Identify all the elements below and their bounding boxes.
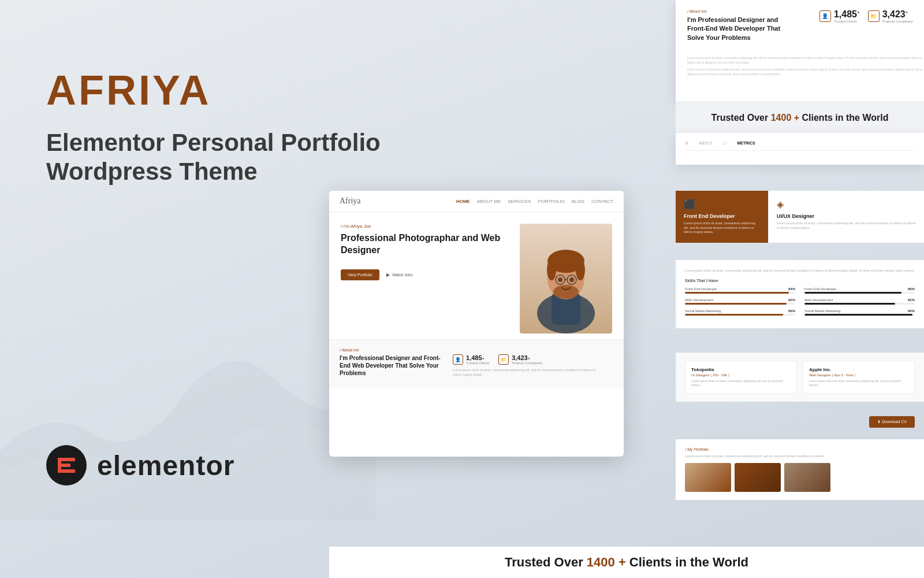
svg-rect-2 xyxy=(58,464,70,467)
progress-frontend: Front End Developer 94% xyxy=(685,287,795,294)
trusted-num-top: 1400 xyxy=(771,113,792,123)
svg-rect-3 xyxy=(58,469,75,473)
hero-tagline: / I'm Afriya Joe xyxy=(341,224,520,229)
portfolio-desc: Lorem ipsum dolor sit amet, consectetur … xyxy=(685,454,915,458)
view-portfolio-btn[interactable]: View Portfolio xyxy=(341,269,379,280)
portfolio-thumbnails xyxy=(685,463,915,492)
card-frontend-title: Front End Developer xyxy=(684,213,760,219)
progress-social2: Social Media Marketing 98% xyxy=(804,309,915,316)
subtitle-line2: Wordpress Theme xyxy=(46,157,381,186)
cards-section: ⬛ Front End Developer Lorem ipsum dolor … xyxy=(676,191,924,243)
rp-about-label: / About me xyxy=(687,9,785,13)
rp-stats: 👤 1,485+ Trusted Clients 📁 3,423+ xyxy=(819,9,912,23)
rp-stat-projects: 📁 3,423+ Projects Completed xyxy=(868,9,912,23)
skills-nav-metrics[interactable]: METRICS xyxy=(737,141,755,146)
rp-projects-label: Projects Completed xyxy=(882,20,912,23)
company-desc-apple: Lorem ipsum dolor sit amet, consectetur … xyxy=(809,379,908,387)
rp-lorem2: Dolor sit amet, consectetur adipiscing e… xyxy=(687,68,924,76)
progress-title: Skills That I Have xyxy=(685,279,915,283)
trusted-prefix-top: Trusted Over xyxy=(711,113,771,123)
screenshot-lorem: Lorem ipsum dolor sit amet, consectetur … xyxy=(453,368,603,377)
progress-frontend-pct: 94% xyxy=(788,287,795,291)
work-card-apple: Apple Inc. Web Designer ( Nov 3 - Now ) … xyxy=(803,361,915,394)
trusted-count-bottom: 1400 xyxy=(587,555,615,569)
progress-web-bar xyxy=(685,303,787,305)
person-photo xyxy=(520,224,612,334)
nav-home: HOME xyxy=(456,199,470,204)
rp-projects-num: 3,423+ xyxy=(882,9,912,20)
screenshot-about-label: / About me xyxy=(340,348,613,352)
stat-projects-label: Projects Completed xyxy=(512,361,542,365)
stat-projects-icon: 📁 xyxy=(498,354,509,365)
nav-services: SERVICES xyxy=(508,199,531,204)
screenshot-about-title: I'm Professional Designer and Front-End … xyxy=(340,354,444,377)
screenshot-nav: Afriya HOME ABOUT ME SERVICES PORTFOLIO … xyxy=(329,191,624,212)
trusted-plus-top: + xyxy=(791,113,799,123)
progress-social: Social Media Marketing 89% xyxy=(685,309,795,316)
progress-social2-bar xyxy=(804,314,912,316)
svg-point-15 xyxy=(553,285,579,299)
progress-web: Web Development 92% xyxy=(685,298,795,305)
portfolio-thumb-3 xyxy=(784,463,830,492)
progress-intro-text: Lorem ipsum dolor sit amet, consectetur … xyxy=(685,268,915,273)
right-panel-inner: / About me I'm Professional Designer and… xyxy=(676,0,924,51)
svg-point-9 xyxy=(576,260,585,280)
elementor-e-icon xyxy=(54,453,79,477)
nav-portfolio: PORTFOLIO xyxy=(538,199,565,204)
portfolio-thumb-2 xyxy=(735,463,781,492)
stat-projects-num: 3,423+ xyxy=(512,354,542,361)
svg-point-8 xyxy=(547,260,556,280)
company-desc-tokopedia: Lorem ipsum dolor sit amet, consectetur … xyxy=(691,379,791,387)
stat-clients-label: Trusted Clients xyxy=(466,361,489,365)
trusted-bar-top: Trusted Over 1400 + Clients in the World xyxy=(676,101,924,135)
skills-nav-icon1: ⚙ xyxy=(685,141,688,146)
person-svg xyxy=(520,224,612,334)
subtitle-line1: Elementor Personal Portfolio xyxy=(46,128,381,157)
card-uiux-title: UI/UX Designer xyxy=(777,213,916,219)
portfolio-thumb-1 xyxy=(685,463,731,492)
skills-section: ⚙ ABOUT ⬡ METRICS xyxy=(676,133,924,165)
nav-about: ABOUT ME xyxy=(477,199,501,204)
watch-intro[interactable]: Watch Intro xyxy=(386,272,413,277)
rp-clients-label: Trusted Clients xyxy=(834,20,860,23)
progress-web-name: Web Development xyxy=(685,298,713,302)
hero-title: Professional Photographar and Web Design… xyxy=(341,232,520,257)
screenshot-nav-links: HOME ABOUT ME SERVICES PORTFOLIO BLOG CO… xyxy=(456,199,613,204)
stat-clients-num: 1,485+ xyxy=(466,354,489,361)
card-frontend-desc: Lorem ipsum dolor sit amet, consectetur … xyxy=(684,221,760,235)
progress-social-name: Social Media Marketing xyxy=(685,309,721,313)
progress-web2-pct: 82% xyxy=(908,298,915,302)
download-cv-btn[interactable]: ⬇ Download CV xyxy=(869,416,915,428)
company-name-tokopedia: Tokopedia xyxy=(691,367,791,372)
brand-title: AFRIYA xyxy=(46,69,381,111)
trusted-suffix-bottom: Clients in the World xyxy=(626,555,748,569)
progress-web-pct: 92% xyxy=(788,298,795,302)
skills-nav-about[interactable]: ABOUT xyxy=(699,141,713,146)
right-panel-about: / About me I'm Professional Designer and… xyxy=(676,0,924,101)
stat-projects: 📁 3,423+ Projects Completed xyxy=(498,354,542,365)
rp-lorem1: Lorem ipsum dolor sit amet, consectetur … xyxy=(687,56,924,65)
progress-web2-name: Web Development xyxy=(804,298,833,302)
svg-point-14 xyxy=(569,277,574,282)
trusted-bar-bottom: Trusted Over 1400 + Clients in the World xyxy=(329,546,924,578)
stat-clients-icon: 👤 xyxy=(453,354,463,365)
screenshot-about: / About me I'm Professional Designer and… xyxy=(329,339,624,388)
background-landscape xyxy=(0,289,375,520)
company-name-apple: Apple Inc. xyxy=(809,367,908,372)
hero-text: / I'm Afriya Joe Professional Photograph… xyxy=(341,224,520,280)
company-role-apple: Web Designer ( Nov 3 - Now ) xyxy=(809,373,908,377)
progress-section: Lorem ipsum dolor sit amet, consectetur … xyxy=(676,260,924,328)
card-frontend-icon: ⬛ xyxy=(684,199,760,210)
rp-clients-icon: 👤 xyxy=(819,10,831,22)
screenshot-logo: Afriya xyxy=(340,197,361,206)
rp-projects-icon: 📁 xyxy=(868,10,880,22)
trusted-plus-bottom: + xyxy=(615,555,626,569)
stat-clients: 👤 1,485+ Trusted Clients xyxy=(453,354,489,365)
rp-stat-clients: 👤 1,485+ Trusted Clients xyxy=(819,9,860,23)
trusted-prefix-bottom: Trusted Over xyxy=(505,555,587,569)
portfolio-section: / My Portfolio Lorem ipsum dolor sit ame… xyxy=(676,439,924,500)
progress-frontend2: Front End Developer 88% xyxy=(804,287,915,294)
rp-about-title: I'm Professional Designer and Front-End … xyxy=(687,16,785,42)
progress-frontend-bar xyxy=(685,292,789,294)
elementor-text: elementor xyxy=(97,450,234,481)
